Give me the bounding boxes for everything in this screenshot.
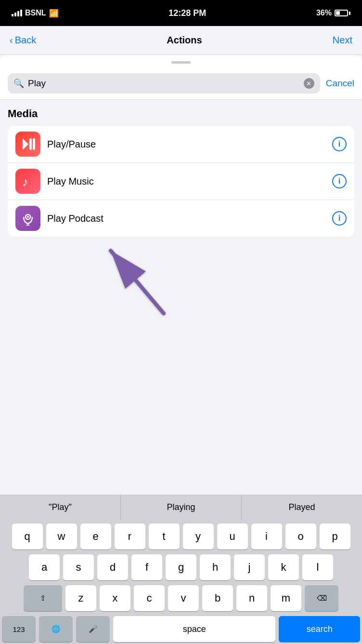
key-f[interactable]: f bbox=[131, 554, 162, 580]
search-input-wrap[interactable]: 🔍 ✕ bbox=[8, 73, 320, 94]
play-podcast-label: Play Podcast bbox=[47, 213, 325, 224]
svg-text:♪: ♪ bbox=[22, 174, 28, 188]
key-b[interactable]: b bbox=[202, 585, 233, 611]
key-w[interactable]: w bbox=[46, 523, 77, 550]
play-podcast-icon bbox=[15, 206, 40, 231]
key-j[interactable]: j bbox=[234, 554, 265, 580]
shift-key[interactable]: ⇧ bbox=[24, 585, 62, 611]
info-button-play-pause[interactable]: i bbox=[332, 137, 347, 151]
key-t[interactable]: t bbox=[149, 523, 180, 550]
search-icon: 🔍 bbox=[13, 78, 24, 89]
key-y[interactable]: y bbox=[183, 523, 214, 550]
keyboard-row-2: a s d f g h j k l bbox=[2, 554, 360, 580]
key-i[interactable]: i bbox=[251, 523, 282, 550]
key-c[interactable]: c bbox=[134, 585, 165, 611]
keyboard: q w e r t y u i o p a s d f g h j k bbox=[0, 520, 362, 644]
key-o[interactable]: o bbox=[285, 523, 316, 550]
battery-icon bbox=[335, 10, 350, 16]
autocomplete-played[interactable]: Played bbox=[242, 495, 362, 520]
list-item-play-podcast[interactable]: Play Podcast i bbox=[8, 200, 354, 237]
clear-button[interactable]: ✕ bbox=[304, 78, 314, 89]
key-g[interactable]: g bbox=[166, 554, 196, 580]
numbers-key[interactable]: 123 bbox=[2, 616, 36, 642]
info-button-play-podcast[interactable]: i bbox=[332, 211, 347, 226]
status-right: 36% bbox=[316, 9, 350, 17]
svg-rect-1 bbox=[29, 138, 32, 150]
key-k[interactable]: k bbox=[268, 554, 299, 580]
keyboard-row-3: ⇧ z x c v b n m ⌫ bbox=[2, 585, 360, 611]
globe-key[interactable]: 🌐 bbox=[39, 616, 73, 642]
autocomplete-label-0: "Play" bbox=[49, 502, 72, 512]
bottom-sheet: 🔍 ✕ Cancel Media bbox=[0, 55, 362, 644]
space-key[interactable]: space bbox=[113, 616, 275, 642]
key-h[interactable]: h bbox=[200, 554, 231, 580]
space-label: space bbox=[183, 624, 206, 634]
search-label: search bbox=[307, 624, 333, 634]
key-m[interactable]: m bbox=[271, 585, 301, 611]
status-bar: BSNL 📶 12:28 PM 36% bbox=[0, 0, 362, 26]
play-music-icon: ♪ bbox=[15, 169, 40, 194]
results-inner: Media Play/Pause i bbox=[0, 100, 362, 237]
results-area: Media Play/Pause i bbox=[0, 100, 362, 495]
key-e[interactable]: e bbox=[80, 523, 111, 550]
keyboard-row-bottom: 123 🌐 🎤 space search bbox=[2, 616, 360, 642]
delete-key[interactable]: ⌫ bbox=[305, 585, 338, 611]
svg-point-5 bbox=[27, 216, 29, 218]
key-d[interactable]: d bbox=[97, 554, 128, 580]
info-button-play-music[interactable]: i bbox=[332, 174, 347, 188]
key-x[interactable]: x bbox=[100, 585, 130, 611]
key-n[interactable]: n bbox=[236, 585, 267, 611]
search-bar-area: 🔍 ✕ Cancel bbox=[0, 69, 362, 99]
back-label: Back bbox=[15, 35, 36, 46]
play-pause-label: Play/Pause bbox=[47, 139, 325, 150]
autocomplete-bar: "Play" Playing Played bbox=[0, 495, 362, 520]
chevron-left-icon: ‹ bbox=[10, 35, 13, 46]
sheet-handle bbox=[0, 55, 362, 69]
autocomplete-play-quoted[interactable]: "Play" bbox=[0, 495, 121, 520]
handle-bar bbox=[171, 61, 191, 64]
play-music-label: Play Music bbox=[47, 176, 325, 187]
numbers-label: 123 bbox=[13, 625, 25, 633]
svg-rect-2 bbox=[33, 138, 35, 150]
section-title: Media bbox=[8, 107, 354, 120]
autocomplete-label-1: Playing bbox=[167, 502, 195, 512]
list-item-play-music[interactable]: ♪ Play Music i bbox=[8, 162, 354, 200]
wifi-icon: 📶 bbox=[49, 9, 59, 18]
key-z[interactable]: z bbox=[65, 585, 96, 611]
key-a[interactable]: a bbox=[29, 554, 60, 580]
nav-bar: ‹ Back Actions Next bbox=[0, 26, 362, 55]
search-key[interactable]: search bbox=[279, 616, 360, 642]
main-content: ‹ Back Actions Next 🔍 ✕ Cancel Media bbox=[0, 26, 362, 644]
signal-icon bbox=[12, 10, 22, 16]
autocomplete-label-2: Played bbox=[288, 502, 315, 512]
play-pause-icon bbox=[15, 132, 40, 157]
autocomplete-playing[interactable]: Playing bbox=[121, 495, 242, 520]
time-label: 12:28 PM bbox=[168, 8, 206, 18]
keyboard-row-1: q w e r t y u i o p bbox=[2, 523, 360, 550]
svg-marker-0 bbox=[23, 138, 28, 150]
status-left: BSNL 📶 bbox=[12, 9, 59, 18]
battery-percent: 36% bbox=[316, 9, 332, 17]
key-q[interactable]: q bbox=[12, 523, 43, 550]
microphone-key[interactable]: 🎤 bbox=[76, 616, 110, 642]
search-input[interactable] bbox=[28, 78, 300, 89]
carrier-label: BSNL bbox=[25, 9, 46, 17]
cancel-button[interactable]: Cancel bbox=[326, 78, 354, 89]
next-button[interactable]: Next bbox=[333, 35, 352, 46]
key-l[interactable]: l bbox=[302, 554, 333, 580]
key-p[interactable]: p bbox=[320, 523, 350, 550]
page-title: Actions bbox=[167, 35, 202, 46]
key-v[interactable]: v bbox=[168, 585, 199, 611]
list-item-play-pause[interactable]: Play/Pause i bbox=[8, 126, 354, 162]
key-u[interactable]: u bbox=[217, 523, 248, 550]
key-s[interactable]: s bbox=[63, 554, 94, 580]
back-button[interactable]: ‹ Back bbox=[10, 35, 36, 46]
key-r[interactable]: r bbox=[115, 523, 145, 550]
